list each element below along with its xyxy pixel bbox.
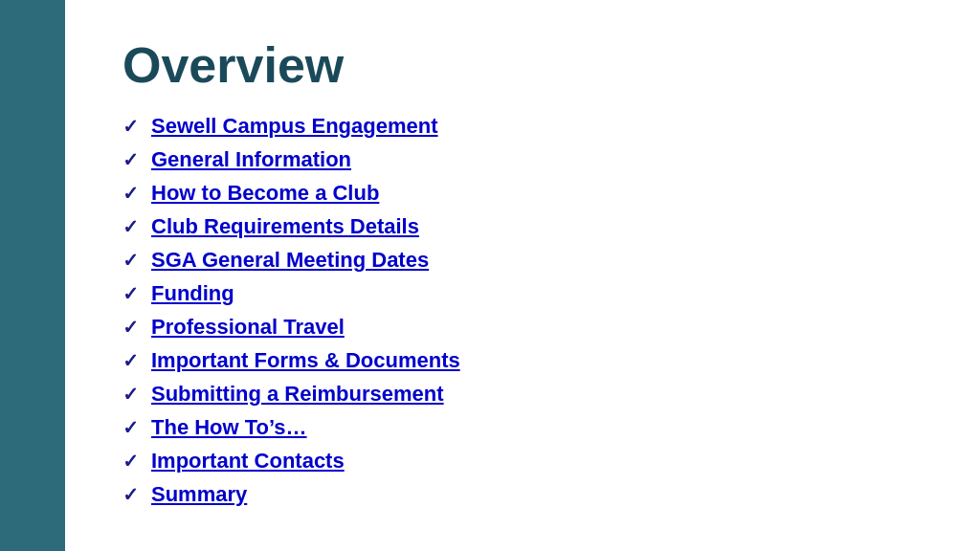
- nav-link-important-contacts[interactable]: Important Contacts: [151, 445, 345, 476]
- nav-link-the-how-tos[interactable]: The How To’s…: [151, 411, 307, 443]
- nav-link-important-forms-documents[interactable]: Important Forms & Documents: [151, 344, 460, 376]
- nav-link-how-to-become-a-club[interactable]: How to Become a Club: [151, 177, 379, 209]
- checkmark-icon: ✓: [122, 212, 142, 241]
- nav-link-summary[interactable]: Summary: [151, 478, 247, 510]
- nav-link-funding[interactable]: Funding: [151, 277, 234, 309]
- page-title: Overview: [122, 38, 932, 93]
- list-item: ✓SGA General Meeting Dates: [122, 244, 932, 276]
- list-item: ✓Funding: [122, 277, 932, 309]
- list-item: ✓Summary: [122, 478, 932, 510]
- left-accent-bar: [0, 0, 65, 551]
- checkmark-icon: ✓: [122, 313, 142, 342]
- list-item: ✓Important Forms & Documents: [122, 344, 932, 376]
- checkmark-icon: ✓: [122, 279, 142, 308]
- nav-link-club-requirements-details[interactable]: Club Requirements Details: [151, 210, 419, 242]
- list-item: ✓Professional Travel: [122, 311, 932, 342]
- nav-link-sewell-campus-engagement[interactable]: Sewell Campus Engagement: [151, 110, 438, 142]
- list-item: ✓The How To’s…: [122, 411, 932, 443]
- nav-link-sga-general-meeting-dates[interactable]: SGA General Meeting Dates: [151, 244, 429, 276]
- checkmark-icon: ✓: [122, 447, 142, 475]
- main-content: Overview ✓Sewell Campus Engagement✓Gener…: [65, 0, 980, 551]
- checkmark-icon: ✓: [122, 413, 142, 442]
- list-item: ✓Submitting a Reimbursement: [122, 378, 932, 409]
- list-item: ✓Sewell Campus Engagement: [122, 110, 932, 142]
- list-item: ✓Club Requirements Details: [122, 210, 932, 242]
- list-item: ✓General Information: [122, 143, 932, 175]
- checkmark-icon: ✓: [122, 145, 142, 174]
- navigation-list: ✓Sewell Campus Engagement✓General Inform…: [122, 110, 932, 510]
- checkmark-icon: ✓: [122, 380, 142, 408]
- checkmark-icon: ✓: [122, 346, 142, 375]
- nav-link-general-information[interactable]: General Information: [151, 143, 351, 175]
- checkmark-icon: ✓: [122, 112, 142, 141]
- list-item: ✓How to Become a Club: [122, 177, 932, 209]
- checkmark-icon: ✓: [122, 246, 142, 275]
- nav-link-submitting-a-reimbursement[interactable]: Submitting a Reimbursement: [151, 378, 444, 409]
- nav-link-professional-travel[interactable]: Professional Travel: [151, 311, 345, 342]
- checkmark-icon: ✓: [122, 480, 142, 509]
- checkmark-icon: ✓: [122, 179, 142, 208]
- list-item: ✓Important Contacts: [122, 445, 932, 476]
